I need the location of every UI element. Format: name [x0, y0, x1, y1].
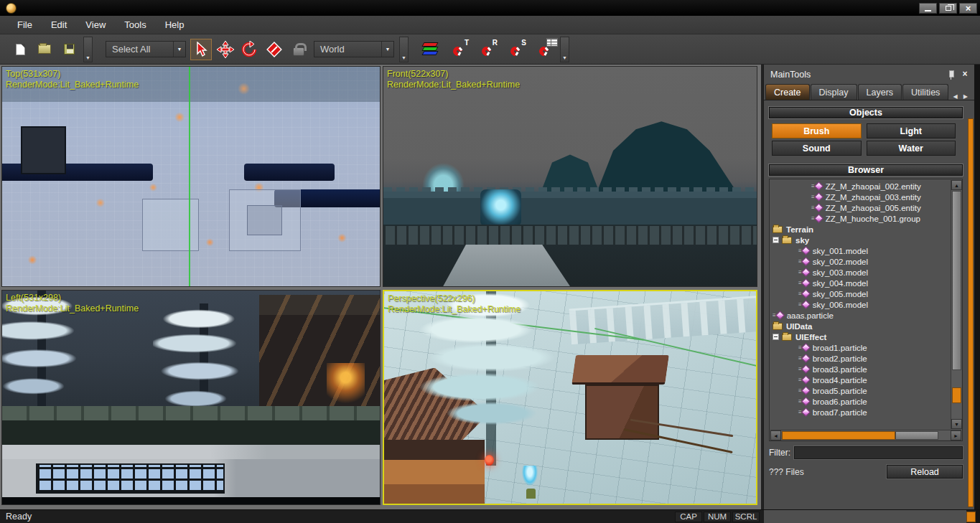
statusbar-orange-corner[interactable]	[966, 512, 976, 522]
statusbar: Ready CAPNUMSCRL	[0, 509, 980, 523]
tree-item[interactable]: ≡broad1.particle	[771, 342, 950, 353]
tree-item[interactable]: ≡aaas.particle	[771, 310, 950, 321]
layers-display-button[interactable]	[420, 39, 442, 60]
tree-item[interactable]: ≡sky_001.model	[771, 245, 950, 256]
panel-close-icon[interactable]: ×	[960, 70, 970, 80]
indicator-cap: CAP	[675, 512, 702, 522]
filter-label: Filter:	[769, 448, 790, 458]
pin-icon[interactable]	[946, 70, 956, 80]
tree-item-label: broad1.particle	[813, 344, 867, 352]
lock-tool-button[interactable]	[288, 39, 309, 60]
tree-item[interactable]: Terrain	[771, 224, 950, 235]
toolbar-grip-3[interactable]	[412, 37, 417, 62]
tree-item[interactable]: ≡sky_004.model	[771, 278, 950, 288]
tab-layers[interactable]: Layers	[858, 84, 902, 100]
tree-collapse-icon[interactable]	[773, 334, 779, 340]
filter-input[interactable]	[794, 446, 963, 459]
objects-section-header[interactable]: Objects	[769, 107, 963, 118]
sound-button[interactable]: Sound	[772, 141, 862, 156]
menu-tools[interactable]: Tools	[115, 16, 155, 34]
move-tool-button[interactable]	[215, 39, 236, 60]
minimize-button[interactable]	[919, 3, 937, 14]
menubar: FileEditViewToolsHelp	[0, 16, 980, 34]
save-icon	[64, 44, 75, 55]
tab-utilities[interactable]: Utilities	[902, 84, 948, 100]
tab-display[interactable]: Display	[811, 84, 857, 100]
panel-vertical-scrollbar[interactable]	[968, 118, 974, 507]
menu-edit[interactable]: Edit	[42, 16, 76, 34]
viewport-grid: Top(531x307)RenderMode:Lit_Baked+Runtime…	[0, 65, 761, 509]
scroll-down-icon[interactable]: ▼	[951, 419, 962, 429]
tree-hscroll-thumb[interactable]	[782, 431, 895, 440]
select-tool-button[interactable]	[190, 39, 212, 60]
scroll-left-icon[interactable]: ◄	[770, 430, 781, 440]
tab-scroll-arrows[interactable]: ◀ ▶	[953, 93, 974, 100]
tree-item[interactable]: ≡ZZ_M_zhaopai_002.entity	[771, 181, 950, 192]
open-file-button[interactable]	[34, 39, 55, 60]
menu-help[interactable]: Help	[156, 16, 194, 34]
snap-rotate-button[interactable]: R	[473, 39, 499, 60]
tree-collapse-icon[interactable]	[773, 237, 779, 243]
viewport-left[interactable]: Left(531x298)RenderMode:Lit_Baked+Runtim…	[1, 290, 381, 505]
toolbar-overflow-3[interactable]: ▼	[560, 37, 569, 62]
tree-item[interactable]: ≡broad6.particle	[771, 396, 950, 407]
snap-translate-button[interactable]: T	[444, 39, 470, 60]
tab-prev-icon[interactable]: ◀	[953, 93, 959, 100]
tree-item[interactable]: ≡sky_005.model	[771, 288, 950, 299]
toolbar-grip-2[interactable]	[96, 37, 101, 62]
model-lines-icon: ≡	[798, 387, 801, 394]
tree-item-label: ZZ_M_huoche_001.group	[826, 215, 920, 223]
tab-create[interactable]: Create	[765, 84, 810, 100]
tree-item[interactable]: ≡sky_002.model	[771, 256, 950, 267]
scroll-up-icon[interactable]: ▲	[951, 180, 962, 190]
browser-section-header[interactable]: Browser	[769, 164, 963, 176]
scroll-right-icon[interactable]: ►	[951, 430, 961, 440]
tree-item[interactable]: ≡ZZ_M_zhaopai_003.entity	[771, 192, 950, 202]
model-lines-icon: ≡	[798, 344, 801, 351]
toolbar-grip-1[interactable]	[1, 37, 6, 62]
tree-item-label: aaas.particle	[787, 311, 834, 320]
new-file-button[interactable]	[9, 39, 31, 60]
save-button[interactable]	[58, 39, 80, 60]
snap-grid-button[interactable]	[531, 39, 556, 60]
menubar-grip[interactable]	[1, 18, 6, 32]
toolbar-overflow-1[interactable]: ▼	[83, 37, 93, 62]
menu-view[interactable]: View	[76, 16, 115, 34]
tree-item[interactable]: ≡broad7.particle	[771, 407, 950, 418]
light-button[interactable]: Light	[867, 123, 956, 138]
tree-vscroll-thumb[interactable]	[952, 191, 961, 370]
select-mode-combo[interactable]: Select All ▼	[106, 41, 186, 57]
tree-item[interactable]: sky	[771, 235, 950, 245]
snap-scale-button[interactable]: S	[502, 39, 528, 60]
rotate-tool-button[interactable]	[239, 39, 261, 60]
tree-item[interactable]: ≡broad2.particle	[771, 353, 950, 364]
tree-horizontal-scrollbar[interactable]: ◄ ►	[770, 430, 961, 440]
tree-item[interactable]: ≡ZZ_M_zhaopai_005.entity	[771, 202, 950, 213]
tree-item[interactable]: ≡broad4.particle	[771, 374, 950, 385]
tree-item[interactable]: UIData	[771, 321, 950, 331]
panel-tabs: CreateDisplayLayersUtilities ◀ ▶	[764, 83, 974, 100]
tree-item[interactable]: ≡sky_003.model	[771, 267, 950, 278]
tree-item[interactable]: ≡ZZ_M_huoche_001.group	[771, 213, 950, 224]
close-button[interactable]: ×	[959, 3, 977, 14]
viewport-perspective[interactable]: Perspective(522x296)RenderMode:Lit_Baked…	[383, 290, 757, 505]
tab-next-icon[interactable]: ▶	[963, 93, 970, 100]
reload-button[interactable]: Reload	[887, 465, 963, 479]
status-text: Ready	[0, 512, 675, 522]
world-combo[interactable]: World ▼	[314, 41, 394, 57]
viewport-front[interactable]: Front(522x307)RenderMode:Lit_Baked+Runti…	[383, 66, 757, 287]
water-button[interactable]: Water	[867, 141, 956, 156]
tree-item-label: Terrain	[786, 225, 813, 234]
tree-vertical-scrollbar[interactable]: ▲ ▼	[951, 180, 961, 429]
restore-button[interactable]	[939, 3, 957, 14]
scale-tool-button[interactable]	[263, 39, 285, 60]
menu-file[interactable]: File	[8, 16, 42, 34]
brush-button[interactable]: Brush	[772, 123, 862, 138]
tree-vscroll-thumb-orange[interactable]	[952, 387, 961, 403]
toolbar-overflow-2[interactable]: ▼	[399, 37, 409, 62]
viewport-top[interactable]: Top(531x307)RenderMode:Lit_Baked+Runtime	[1, 66, 381, 287]
tree-item[interactable]: ≡sky_006.model	[771, 299, 950, 310]
tree-item[interactable]: UIEffect	[771, 331, 950, 342]
tree-item[interactable]: ≡broad3.particle	[771, 364, 950, 374]
tree-item[interactable]: ≡broad5.particle	[771, 385, 950, 396]
